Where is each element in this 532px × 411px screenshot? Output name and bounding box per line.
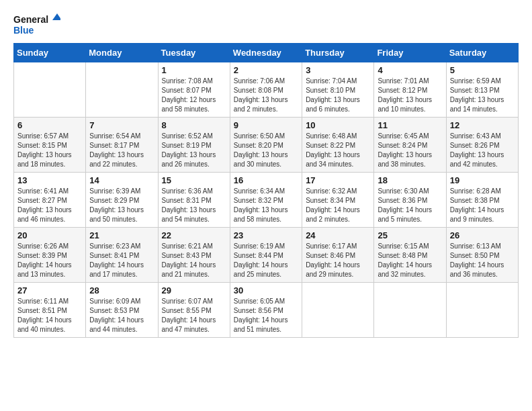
calendar-cell: 5Sunrise: 6:59 AMSunset: 8:13 PMDaylight… <box>446 62 518 118</box>
calendar-table: SundayMondayTuesdayWednesdayThursdayFrid… <box>13 43 519 338</box>
cell-info: Sunrise: 6:48 AMSunset: 8:22 PMDaylight:… <box>306 132 370 169</box>
calendar-cell <box>14 62 86 118</box>
cell-day-number: 15 <box>162 175 226 185</box>
cell-info: Sunrise: 7:06 AMSunset: 8:08 PMDaylight:… <box>234 77 298 114</box>
calendar-week-2: 6Sunrise: 6:57 AMSunset: 8:15 PMDaylight… <box>14 118 519 173</box>
cell-day-number: 5 <box>450 65 515 75</box>
cell-info: Sunrise: 6:36 AMSunset: 8:31 PMDaylight:… <box>162 187 226 224</box>
calendar-cell: 28Sunrise: 6:09 AMSunset: 8:53 PMDayligh… <box>86 283 158 338</box>
calendar-cell: 13Sunrise: 6:41 AMSunset: 8:27 PMDayligh… <box>14 173 86 228</box>
cell-info: Sunrise: 6:09 AMSunset: 8:53 PMDaylight:… <box>89 297 154 334</box>
cell-info: Sunrise: 6:26 AMSunset: 8:39 PMDaylight:… <box>17 242 82 279</box>
calendar-cell: 6Sunrise: 6:57 AMSunset: 8:15 PMDaylight… <box>14 118 86 173</box>
calendar-week-4: 20Sunrise: 6:26 AMSunset: 8:39 PMDayligh… <box>14 228 519 283</box>
cell-day-number: 27 <box>17 285 82 295</box>
cell-info: Sunrise: 6:21 AMSunset: 8:43 PMDaylight:… <box>162 242 226 279</box>
cell-info: Sunrise: 6:15 AMSunset: 8:48 PMDaylight:… <box>378 242 442 279</box>
calendar-cell: 12Sunrise: 6:43 AMSunset: 8:26 PMDayligh… <box>446 118 518 173</box>
cell-day-number: 8 <box>162 120 226 130</box>
cell-info: Sunrise: 7:08 AMSunset: 8:07 PMDaylight:… <box>162 77 226 114</box>
calendar-cell: 7Sunrise: 6:54 AMSunset: 8:17 PMDaylight… <box>86 118 158 173</box>
calendar-cell: 4Sunrise: 7:01 AMSunset: 8:12 PMDaylight… <box>374 62 446 118</box>
calendar-cell: 19Sunrise: 6:28 AMSunset: 8:38 PMDayligh… <box>446 173 518 228</box>
cell-day-number: 22 <box>162 230 226 240</box>
logo-svg: General Blue <box>13 11 60 38</box>
calendar-cell: 29Sunrise: 6:07 AMSunset: 8:55 PMDayligh… <box>158 283 230 338</box>
calendar-week-3: 13Sunrise: 6:41 AMSunset: 8:27 PMDayligh… <box>14 173 519 228</box>
cell-info: Sunrise: 6:32 AMSunset: 8:34 PMDaylight:… <box>306 187 370 224</box>
cell-info: Sunrise: 6:41 AMSunset: 8:27 PMDaylight:… <box>17 187 82 224</box>
cell-info: Sunrise: 6:28 AMSunset: 8:38 PMDaylight:… <box>450 187 515 224</box>
svg-marker-1 <box>52 13 60 20</box>
cell-day-number: 24 <box>306 230 370 240</box>
cell-info: Sunrise: 6:43 AMSunset: 8:26 PMDaylight:… <box>450 132 515 169</box>
calendar-cell: 9Sunrise: 6:50 AMSunset: 8:20 PMDaylight… <box>230 118 302 173</box>
cell-day-number: 28 <box>89 285 154 295</box>
calendar-cell: 16Sunrise: 6:34 AMSunset: 8:32 PMDayligh… <box>230 173 302 228</box>
cell-info: Sunrise: 6:30 AMSunset: 8:36 PMDaylight:… <box>378 187 442 224</box>
calendar-cell: 8Sunrise: 6:52 AMSunset: 8:19 PMDaylight… <box>158 118 230 173</box>
cell-info: Sunrise: 6:34 AMSunset: 8:32 PMDaylight:… <box>234 187 298 224</box>
cell-day-number: 3 <box>306 65 370 75</box>
cell-day-number: 17 <box>306 175 370 185</box>
cell-day-number: 13 <box>17 175 82 185</box>
calendar-week-5: 27Sunrise: 6:11 AMSunset: 8:51 PMDayligh… <box>14 283 519 338</box>
calendar-cell: 30Sunrise: 6:05 AMSunset: 8:56 PMDayligh… <box>230 283 302 338</box>
cell-day-number: 6 <box>17 120 82 130</box>
cell-day-number: 26 <box>450 230 515 240</box>
cell-info: Sunrise: 6:11 AMSunset: 8:51 PMDaylight:… <box>17 297 82 334</box>
day-header-wednesday: Wednesday <box>230 44 302 62</box>
cell-info: Sunrise: 6:52 AMSunset: 8:19 PMDaylight:… <box>162 132 226 169</box>
calendar-cell <box>374 283 446 338</box>
page-header: General Blue <box>13 11 519 38</box>
cell-info: Sunrise: 6:59 AMSunset: 8:13 PMDaylight:… <box>450 77 515 114</box>
cell-info: Sunrise: 6:54 AMSunset: 8:17 PMDaylight:… <box>89 132 154 169</box>
cell-info: Sunrise: 6:05 AMSunset: 8:56 PMDaylight:… <box>234 297 298 334</box>
cell-info: Sunrise: 6:19 AMSunset: 8:44 PMDaylight:… <box>234 242 298 279</box>
cell-day-number: 23 <box>234 230 298 240</box>
cell-day-number: 11 <box>378 120 442 130</box>
cell-info: Sunrise: 6:57 AMSunset: 8:15 PMDaylight:… <box>17 132 82 169</box>
cell-day-number: 30 <box>234 285 298 295</box>
cell-info: Sunrise: 6:17 AMSunset: 8:46 PMDaylight:… <box>306 242 370 279</box>
cell-day-number: 12 <box>450 120 515 130</box>
cell-day-number: 1 <box>162 65 226 75</box>
cell-info: Sunrise: 7:04 AMSunset: 8:10 PMDaylight:… <box>306 77 370 114</box>
calendar-cell: 17Sunrise: 6:32 AMSunset: 8:34 PMDayligh… <box>302 173 374 228</box>
cell-day-number: 7 <box>89 120 154 130</box>
svg-text:Blue: Blue <box>13 25 34 36</box>
calendar-cell <box>446 283 518 338</box>
cell-day-number: 19 <box>450 175 515 185</box>
day-header-thursday: Thursday <box>302 44 374 62</box>
day-header-monday: Monday <box>86 44 158 62</box>
logo: General Blue <box>13 11 60 38</box>
cell-info: Sunrise: 6:23 AMSunset: 8:41 PMDaylight:… <box>89 242 154 279</box>
calendar-week-1: 1Sunrise: 7:08 AMSunset: 8:07 PMDaylight… <box>14 62 519 118</box>
calendar-cell: 21Sunrise: 6:23 AMSunset: 8:41 PMDayligh… <box>86 228 158 283</box>
cell-info: Sunrise: 6:07 AMSunset: 8:55 PMDaylight:… <box>162 297 226 334</box>
calendar-cell: 24Sunrise: 6:17 AMSunset: 8:46 PMDayligh… <box>302 228 374 283</box>
day-header-tuesday: Tuesday <box>158 44 230 62</box>
cell-info: Sunrise: 6:45 AMSunset: 8:24 PMDaylight:… <box>378 132 442 169</box>
calendar-cell: 23Sunrise: 6:19 AMSunset: 8:44 PMDayligh… <box>230 228 302 283</box>
calendar-cell: 10Sunrise: 6:48 AMSunset: 8:22 PMDayligh… <box>302 118 374 173</box>
cell-day-number: 20 <box>17 230 82 240</box>
cell-day-number: 10 <box>306 120 370 130</box>
header-row: SundayMondayTuesdayWednesdayThursdayFrid… <box>14 44 519 62</box>
cell-info: Sunrise: 7:01 AMSunset: 8:12 PMDaylight:… <box>378 77 442 114</box>
cell-day-number: 21 <box>89 230 154 240</box>
cell-info: Sunrise: 6:39 AMSunset: 8:29 PMDaylight:… <box>89 187 154 224</box>
calendar-cell: 14Sunrise: 6:39 AMSunset: 8:29 PMDayligh… <box>86 173 158 228</box>
calendar-cell: 27Sunrise: 6:11 AMSunset: 8:51 PMDayligh… <box>14 283 86 338</box>
svg-text:General: General <box>13 14 48 25</box>
cell-day-number: 4 <box>378 65 442 75</box>
calendar-cell: 2Sunrise: 7:06 AMSunset: 8:08 PMDaylight… <box>230 62 302 118</box>
calendar-cell: 26Sunrise: 6:13 AMSunset: 8:50 PMDayligh… <box>446 228 518 283</box>
calendar-cell: 25Sunrise: 6:15 AMSunset: 8:48 PMDayligh… <box>374 228 446 283</box>
calendar-cell <box>302 283 374 338</box>
calendar-cell: 3Sunrise: 7:04 AMSunset: 8:10 PMDaylight… <box>302 62 374 118</box>
cell-day-number: 14 <box>89 175 154 185</box>
day-header-saturday: Saturday <box>446 44 518 62</box>
cell-day-number: 2 <box>234 65 298 75</box>
cell-info: Sunrise: 6:13 AMSunset: 8:50 PMDaylight:… <box>450 242 515 279</box>
